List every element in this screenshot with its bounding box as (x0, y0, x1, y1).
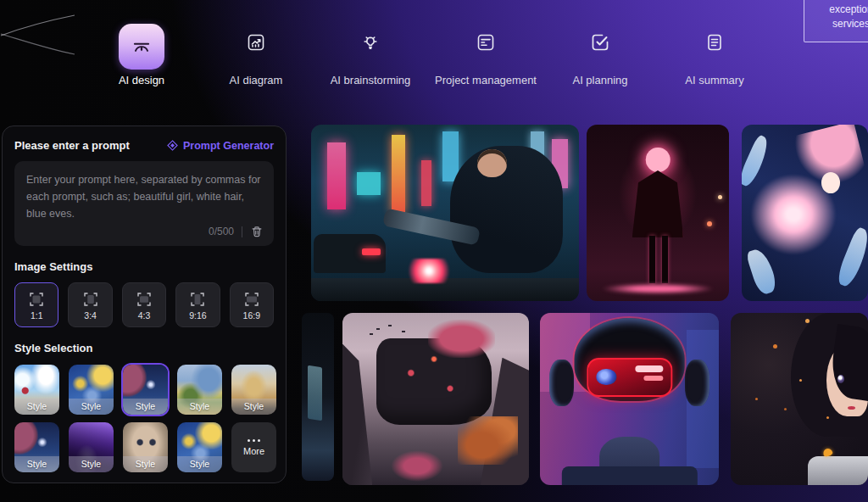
chart-icon (245, 31, 267, 53)
app-root: exception services AI design (0, 0, 868, 502)
prompt-input[interactable] (26, 171, 262, 217)
gallery-image-cyberpunk-mechanic[interactable] (311, 125, 579, 301)
style-thumb-space-planet-selected[interactable]: Style (123, 365, 168, 415)
aspect-ratio-1-1[interactable]: 1:1 (14, 282, 58, 327)
gallery-image-vr-girl[interactable] (540, 313, 719, 485)
crop-icon (134, 289, 154, 310)
top-nav: AI design AI diagram (0, 0, 868, 93)
trash-icon[interactable] (250, 225, 264, 238)
tab-label: AI design (82, 74, 201, 86)
check-square-icon (589, 31, 611, 53)
lightbulb-icon (359, 31, 381, 53)
divider (242, 226, 242, 237)
prompt-generator-label: Prompt Generator (183, 140, 274, 152)
gallery-image-neon-silhouette[interactable] (587, 125, 729, 301)
tab-ai-design[interactable]: AI design (82, 0, 201, 90)
crop-icon (26, 289, 47, 310)
tab-ai-planning[interactable]: AI planning (541, 0, 659, 90)
style-thumb-cyborg[interactable]: Style (123, 422, 168, 472)
style-grid: Style Style Style Style Style Style Styl… (14, 365, 274, 472)
tab-label: Project management (426, 74, 545, 86)
aspect-ratio-16-9[interactable]: 16:9 (230, 282, 274, 327)
tab-label: AI diagram (197, 74, 315, 86)
style-thumb-castle[interactable]: Style (231, 365, 276, 415)
tab-ai-summary[interactable]: AI summary (655, 0, 774, 90)
aspect-ratio-9-16[interactable]: 9:16 (175, 282, 220, 327)
crop-icon (242, 289, 262, 310)
prompt-input-wrap: 0/500 (14, 161, 274, 246)
tab-label: AI summary (655, 74, 774, 86)
image-settings-label: Image Settings (14, 260, 274, 273)
ai-design-icon (119, 24, 164, 70)
tab-label: AI brainstorming (311, 74, 430, 86)
style-thumb-anime-sky[interactable]: Style (14, 365, 59, 415)
crop-icon (81, 289, 101, 310)
style-thumb-starry-night[interactable]: Style (69, 365, 114, 415)
board-icon (475, 31, 497, 53)
prompt-generator-button[interactable]: Prompt Generator (167, 140, 274, 152)
gallery-image-ice-anime-girl[interactable] (742, 125, 868, 301)
tab-ai-diagram[interactable]: AI diagram (197, 0, 315, 90)
style-selection-label: Style Selection (14, 342, 274, 354)
aspect-ratio-4-3[interactable]: 4:3 (122, 282, 166, 327)
crop-icon (187, 289, 208, 310)
gallery-image-partial[interactable] (302, 313, 334, 481)
diamond-icon (167, 140, 178, 151)
gallery-image-floating-fortress[interactable] (342, 313, 529, 485)
tab-project-management[interactable]: Project management (426, 0, 545, 90)
prompt-panel: Please enter a prompt Prompt Generator 0… (2, 126, 287, 483)
tab-ai-brainstorming[interactable]: AI brainstorming (311, 0, 430, 90)
more-styles-button[interactable]: More (231, 422, 276, 472)
gallery-image-astronaut-girl[interactable] (731, 313, 868, 485)
style-thumb-impressionist[interactable]: Style (177, 365, 222, 415)
prompt-panel-title: Please enter a prompt (14, 139, 130, 152)
aspect-ratio-row: 1:1 3:4 4:3 9: (14, 282, 274, 327)
char-counter: 0/500 (209, 226, 234, 237)
ellipsis-icon (248, 439, 260, 442)
style-thumb-space-planet-2[interactable]: Style (14, 422, 59, 472)
document-icon (704, 31, 726, 53)
style-thumb-cyberpunk-car[interactable]: Style (69, 422, 114, 472)
style-thumb-starry-night-2[interactable]: Style (177, 422, 222, 472)
tab-label: AI planning (541, 74, 659, 86)
aspect-ratio-3-4[interactable]: 3:4 (68, 282, 112, 327)
